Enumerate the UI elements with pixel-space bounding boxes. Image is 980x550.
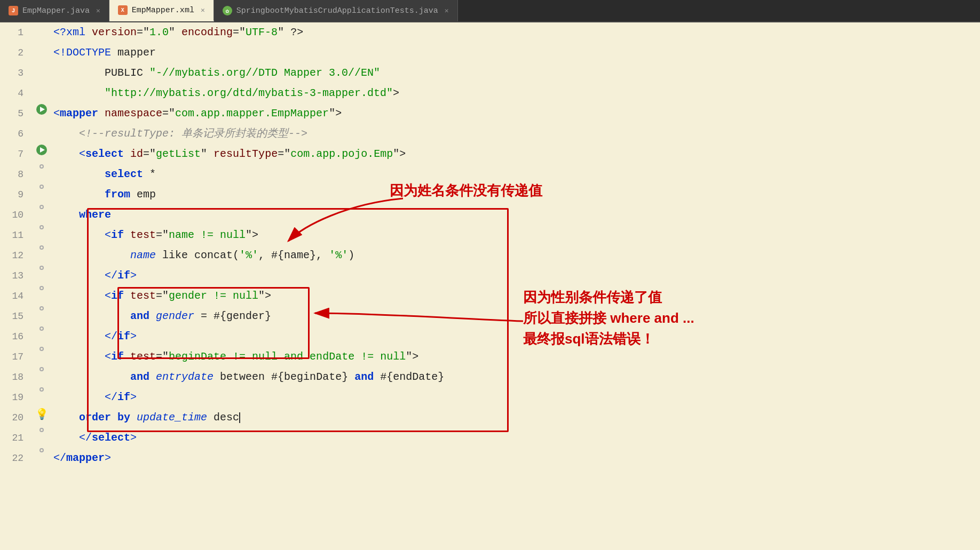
line-number-22: 22 (0, 448, 32, 468)
gutter-20: 💡 (32, 408, 51, 421)
lightbulb-icon[interactable]: 💡 (35, 408, 49, 421)
line-content-20: order by update_time desc (51, 408, 980, 428)
line-number-17: 17 (0, 347, 32, 367)
fold-dot-12 (39, 245, 44, 250)
tab-close-2[interactable]: ✕ (201, 6, 205, 14)
line-number-15: 15 (0, 306, 32, 326)
fold-dot-16 (39, 326, 44, 331)
line-19: 19 </if> (0, 387, 980, 408)
line-8: 8 select * (0, 164, 980, 185)
line-content-4: "http://mybatis.org/dtd/mybatis-3-mapper… (51, 83, 980, 103)
run-icon-7[interactable] (36, 144, 48, 159)
line-content-9: from emp (51, 185, 980, 205)
line-7: 7 <select id="getList" resultType="com.a… (0, 144, 980, 164)
line-content-6: <!--resultType: 单条记录所封装的类型--> (51, 124, 980, 144)
line-13: 13 </if> (0, 266, 980, 286)
line-number-4: 4 (0, 83, 32, 103)
gutter-21 (32, 428, 51, 432)
tab-empmapper-java[interactable]: J EmpMapper.java ✕ (0, 0, 109, 21)
line-content-14: <if test="gender != null"> (51, 286, 980, 306)
line-number-1: 1 (0, 22, 32, 43)
gutter-13 (32, 266, 51, 270)
java-icon: J (9, 6, 18, 15)
line-20: 20 💡 order by update_time desc (0, 408, 980, 428)
line-content-11: <if test="name != null"> (51, 225, 980, 245)
line-10: 10 where (0, 205, 980, 225)
line-16: 16 </if> (0, 326, 980, 347)
line-content-13: </if> (51, 266, 980, 286)
gutter-22 (32, 448, 51, 452)
gutter-7 (32, 144, 51, 159)
editor: 1 <?xml version="1.0" encoding="UTF-8" ?… (0, 22, 980, 468)
line-number-11: 11 (0, 225, 32, 245)
line-number-9: 9 (0, 185, 32, 205)
line-content-21: </select> (51, 428, 980, 448)
line-content-19: </if> (51, 387, 980, 408)
gutter-19 (32, 387, 51, 392)
line-5: 5 <mapper namespace="com.app.mapper.EmpM… (0, 103, 980, 124)
fold-dot-15 (39, 306, 44, 310)
line-number-21: 21 (0, 428, 32, 448)
gutter-16 (32, 326, 51, 331)
fold-dot-8 (39, 164, 44, 169)
line-content-16: </if> (51, 326, 980, 347)
line-12: 12 name like concat('%', #{name}, '%') (0, 245, 980, 266)
gutter-10 (32, 205, 51, 209)
gutter-14 (32, 286, 51, 290)
line-content-3: PUBLIC "-//mybatis.org//DTD Mapper 3.0//… (51, 63, 980, 83)
tab-close-3[interactable]: ✕ (445, 6, 449, 15)
tab-label-1: EmpMapper.java (22, 6, 90, 15)
line-number-14: 14 (0, 286, 32, 306)
gutter-18 (32, 367, 51, 371)
line-21: 21 </select> (0, 428, 980, 448)
line-number-12: 12 (0, 245, 32, 266)
line-2: 2 <!DOCTYPE mapper (0, 43, 980, 63)
fold-dot-17 (39, 347, 44, 351)
line-content-2: <!DOCTYPE mapper (51, 43, 980, 63)
line-number-18: 18 (0, 367, 32, 387)
line-number-19: 19 (0, 387, 32, 408)
line-content-7: <select id="getList" resultType="com.app… (51, 144, 980, 164)
line-content-8: select * (51, 164, 980, 185)
tab-label-3: SpringbootMybatisCrudApplicationTests.ja… (236, 6, 438, 15)
line-content-1: <?xml version="1.0" encoding="UTF-8" ?> (51, 22, 980, 43)
line-number-7: 7 (0, 144, 32, 164)
line-number-5: 5 (0, 103, 32, 124)
gutter-12 (32, 245, 51, 250)
tab-springboot-tests[interactable]: ✿ SpringbootMybatisCrudApplicationTests.… (214, 0, 458, 21)
fold-dot-21 (39, 428, 44, 432)
line-number-10: 10 (0, 205, 32, 225)
fold-dot-22 (39, 448, 44, 452)
line-content-5: <mapper namespace="com.app.mapper.EmpMap… (51, 103, 980, 124)
line-content-18: and entrydate between #{beginDate} and #… (51, 367, 980, 387)
gutter-8 (32, 164, 51, 169)
line-number-8: 8 (0, 164, 32, 185)
line-9: 9 from emp (0, 185, 980, 205)
fold-dot-19 (39, 387, 44, 392)
line-1: 1 <?xml version="1.0" encoding="UTF-8" ?… (0, 22, 980, 43)
line-3: 3 PUBLIC "-//mybatis.org//DTD Mapper 3.0… (0, 63, 980, 83)
line-content-22: </mapper> (51, 448, 980, 468)
tab-empmapper-xml[interactable]: X EmpMapper.xml ✕ (109, 0, 214, 21)
line-4: 4 "http://mybatis.org/dtd/mybatis-3-mapp… (0, 83, 980, 103)
line-number-3: 3 (0, 63, 32, 83)
line-number-13: 13 (0, 266, 32, 286)
fold-dot-18 (39, 367, 44, 371)
line-number-6: 6 (0, 124, 32, 144)
gutter-9 (32, 185, 51, 189)
line-number-2: 2 (0, 43, 32, 63)
gutter-15 (32, 306, 51, 310)
fold-dot-11 (39, 225, 44, 229)
fold-dot-9 (39, 185, 44, 189)
fold-dot-10 (39, 205, 44, 209)
gutter-17 (32, 347, 51, 351)
run-icon-5[interactable] (36, 103, 48, 118)
line-content-15: and gender = #{gender} (51, 306, 980, 326)
fold-dot-14 (39, 286, 44, 290)
spring-icon: ✿ (223, 6, 232, 15)
gutter-11 (32, 225, 51, 229)
line-content-10: where (51, 205, 980, 225)
line-22: 22 </mapper> (0, 448, 980, 468)
tab-close-1[interactable]: ✕ (96, 6, 100, 15)
gutter-5 (32, 103, 51, 118)
